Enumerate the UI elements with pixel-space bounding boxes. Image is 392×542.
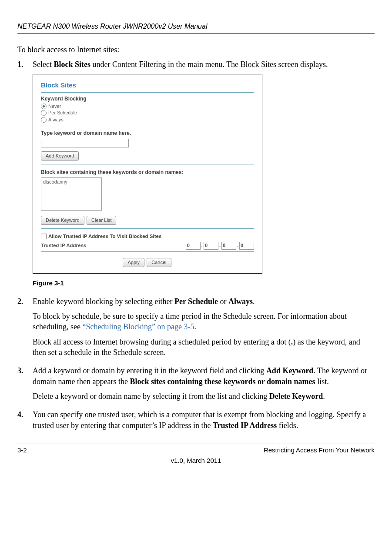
chapter-title: Restricting Access From Your Network <box>264 446 375 455</box>
ip-dot: . <box>219 242 221 249</box>
scheduling-blocking-link[interactable]: “Scheduling Blocking” on page 3-5 <box>82 322 194 331</box>
step-3: 3. Add a keyword or domain by entering i… <box>17 365 375 406</box>
doc-version: v1.0, March 2011 <box>17 456 375 465</box>
footer-line-1: 3-2 Restricting Access From Your Network <box>17 446 375 455</box>
step-3-b1: Add Keyword <box>266 366 314 375</box>
header-rule <box>17 33 375 33</box>
block-list-heading: Block sites containing these keywords or… <box>41 169 254 176</box>
fig-title: Block Sites <box>41 81 254 90</box>
step-3-para2-post: . <box>323 392 325 401</box>
ip-octet-2[interactable]: 0 <box>204 242 218 250</box>
radio-icon <box>41 110 47 116</box>
type-keyword-label: Type keyword or domain name here. <box>41 130 254 137</box>
step-2-number: 2. <box>17 296 33 362</box>
footer-rule <box>17 444 375 444</box>
step-4: 4. You can specify one trusted user, whi… <box>17 409 375 431</box>
step-3-b2: Block sites containing these keywords or… <box>130 377 315 386</box>
step-2-para2-post: . <box>194 322 196 331</box>
figure-3-1-container: Block Sites Keyword Blocking Never Per S… <box>33 74 375 288</box>
step-2-mid: or <box>218 297 228 306</box>
page-number: 3-2 <box>17 446 27 455</box>
radio-per-schedule-label: Per Schedule <box>48 110 77 116</box>
fig-divider <box>41 228 254 229</box>
trusted-ip-label: Trusted IP Address <box>41 242 186 249</box>
apply-button[interactable]: Apply <box>123 258 144 267</box>
step-4-post: fields. <box>277 421 298 430</box>
step-1-body: Select Block Sites under Content Filteri… <box>33 59 375 70</box>
step-4-pre: You can specify one trusted user, which … <box>33 410 366 429</box>
keyword-blocking-heading: Keyword Blocking <box>41 95 254 102</box>
intro-text: To block access to Internet sites: <box>17 44 375 55</box>
fig-divider <box>41 251 254 252</box>
step-2-body: Enable keyword blocking by selecting eit… <box>33 296 375 362</box>
allow-trusted-label: Allow Trusted IP Address To Visit Blocke… <box>48 233 161 240</box>
radio-always-label: Always <box>48 117 64 123</box>
radio-never-label: Never <box>48 103 61 110</box>
step-4-body: You can specify one trusted user, which … <box>33 409 375 431</box>
step-3-post: list. <box>315 377 329 386</box>
radio-never[interactable]: Never <box>41 103 254 110</box>
ip-dot: . <box>237 242 238 249</box>
radio-icon <box>41 104 47 109</box>
radio-per-schedule[interactable]: Per Schedule <box>41 110 254 116</box>
step-2-b2: Always <box>228 297 253 306</box>
step-1-number: 1. <box>17 59 33 70</box>
delete-keyword-button[interactable]: Delete Keyword <box>41 216 84 225</box>
radio-icon <box>41 117 47 123</box>
fig-divider <box>41 164 254 164</box>
step-3-pre: Add a keyword or domain by entering it i… <box>33 366 266 375</box>
keyword-input[interactable] <box>41 139 129 147</box>
figure-caption: Figure 3-1 <box>33 279 375 288</box>
step-4-number: 4. <box>17 409 33 431</box>
block-sites-screenshot: Block Sites Keyword Blocking Never Per S… <box>33 74 262 273</box>
fig-divider <box>41 92 254 93</box>
trusted-ip-row: Trusted IP Address 0 . 0 . 0 . 0 <box>41 242 254 250</box>
step-2-pre: Enable keyword blocking by selecting eit… <box>33 297 174 306</box>
step-3-number: 3. <box>17 365 33 406</box>
step-3-para2-pre: Delete a keyword or domain name by selec… <box>33 392 269 401</box>
clear-list-button[interactable]: Clear List <box>87 216 116 225</box>
step-1-post: under Content Filtering in the main menu… <box>90 60 328 69</box>
step-1-pre: Select <box>33 60 54 69</box>
ip-octet-4[interactable]: 0 <box>239 242 254 250</box>
keyword-listbox[interactable]: discodanny <box>41 177 102 211</box>
figure-footer-buttons: Apply Cancel <box>41 256 254 269</box>
ip-octet-1[interactable]: 0 <box>186 242 201 250</box>
fig-divider <box>41 125 254 125</box>
allow-trusted-row[interactable]: Allow Trusted IP Address To Visit Blocke… <box>41 233 254 240</box>
step-3-body: Add a keyword or domain by entering it i… <box>33 365 375 406</box>
step-1: 1. Select Block Sites under Content Filt… <box>17 59 375 70</box>
cancel-button[interactable]: Cancel <box>147 258 171 267</box>
step-1-bold: Block Sites <box>54 60 90 69</box>
step-3-b3: Delete Keyword <box>269 392 323 401</box>
step-2-para3-pre: Block all access to Internet browsing du… <box>33 338 291 346</box>
ip-octet-3[interactable]: 0 <box>221 242 236 250</box>
radio-always[interactable]: Always <box>41 117 254 123</box>
checkbox-icon <box>41 234 47 239</box>
step-4-b1: Trusted IP Address <box>213 421 277 430</box>
ip-dot: . <box>201 242 203 249</box>
add-keyword-button[interactable]: Add Keyword <box>41 151 79 161</box>
doc-header-title: NETGEAR N300 Wireless Router JWNR2000v2 … <box>17 22 375 31</box>
step-2-post: . <box>253 297 255 306</box>
step-2: 2. Enable keyword blocking by selecting … <box>17 296 375 362</box>
keyword-list-item[interactable]: discodanny <box>43 179 100 185</box>
step-2-b1: Per Schedule <box>174 297 218 306</box>
